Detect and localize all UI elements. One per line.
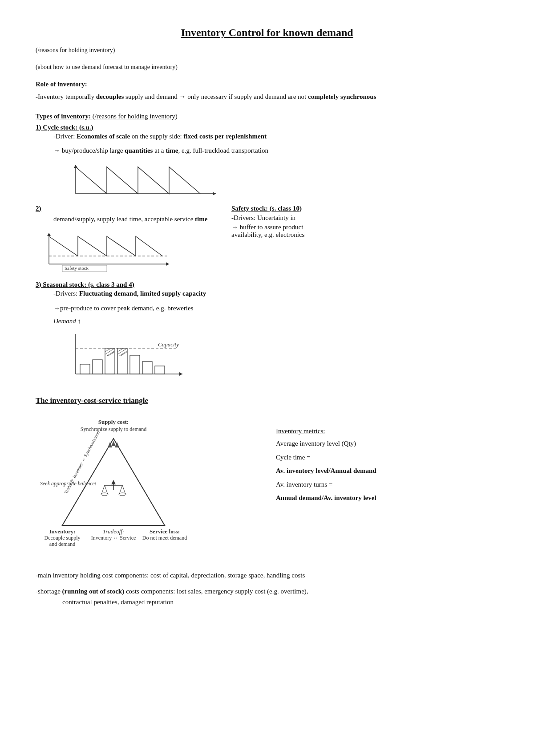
metric-2: Cycle time = xyxy=(276,452,498,463)
svg-rect-17 xyxy=(93,360,102,374)
safety-demand: demand/supply, supply lead time, accepta… xyxy=(53,214,222,224)
svg-rect-32 xyxy=(155,366,165,374)
seasonal-arrow: →pre-produce to cover peak demand, e.g. … xyxy=(53,303,498,313)
safety-driver: -Drivers: Uncertainty in xyxy=(231,214,498,222)
svg-point-45 xyxy=(119,493,126,496)
safety-number: 2) xyxy=(36,205,222,212)
svg-text:Capacity: Capacity xyxy=(158,341,179,348)
seasonal-label: 3) Seasonal stock: (s. class 3 and 4) xyxy=(36,281,498,289)
svg-rect-31 xyxy=(142,362,152,374)
bottom-note-2: -shortage (running out of stock) costs c… xyxy=(36,586,498,607)
svg-marker-8 xyxy=(47,233,51,236)
svg-marker-2 xyxy=(213,192,216,195)
svg-marker-13 xyxy=(179,372,182,376)
cycle-driver: -Driver: Economies of scale on the suppl… xyxy=(53,131,498,142)
svg-line-23 xyxy=(108,352,115,356)
svg-text:Do not meet demand: Do not meet demand xyxy=(142,535,187,541)
metrics-title: Inventory metrics: xyxy=(276,427,498,435)
svg-rect-16 xyxy=(80,364,90,374)
bottom-note-1: -main inventory holding cost components:… xyxy=(36,570,498,581)
svg-text:Synchronize supply to demand: Synchronize supply to demand xyxy=(81,426,146,432)
intro-subtitle: (about how to use demand forecast to man… xyxy=(36,64,498,71)
metric-5: Annual demand/Av. inventory level xyxy=(276,493,498,503)
page-title: Inventory Control for known demand xyxy=(36,27,498,39)
types-heading: Types of inventory: (/reasons for holdin… xyxy=(36,113,498,120)
cycle-stock-diagram xyxy=(62,160,222,200)
triangle-diagram: Supply cost: Synchronize supply to deman… xyxy=(36,414,240,552)
svg-text:Inventory ↔ Service: Inventory ↔ Service xyxy=(91,535,136,541)
svg-text:Supply cost:: Supply cost: xyxy=(98,419,129,425)
metric-4: Av. inventory turns = xyxy=(276,480,498,490)
triangle-heading: The inventory-cost-service triangle xyxy=(36,396,498,405)
seasonal-driver: -Drivers: Fluctuating demand, limited su… xyxy=(53,289,498,299)
svg-line-27 xyxy=(117,351,127,357)
svg-text:and demand: and demand xyxy=(49,541,75,547)
subtitle: (/reasons for holding inventory) xyxy=(36,47,498,54)
svg-text:Inventory:: Inventory: xyxy=(49,528,75,535)
metric-3: Av. inventory level/Annual demand xyxy=(276,466,498,476)
seasonal-diagram: Capacity xyxy=(62,329,196,383)
safety-availability: availability, e.g. electronics xyxy=(231,231,498,239)
svg-marker-46 xyxy=(111,480,116,484)
svg-text:Tradeoff:: Tradeoff: xyxy=(103,528,124,535)
svg-line-21 xyxy=(105,351,115,357)
svg-point-42 xyxy=(101,493,108,496)
safety-stock-diagram: Safety stock xyxy=(36,228,178,273)
role-heading: Role of inventory: xyxy=(36,81,498,88)
svg-marker-49 xyxy=(108,442,112,447)
metric-1: Average inventory level (Qty) xyxy=(276,439,498,449)
cycle-arrow: → buy/produce/ship large quantities at a… xyxy=(53,146,498,156)
svg-rect-24 xyxy=(117,348,127,374)
safety-title: Safety stock: (s. class 10) xyxy=(231,205,498,212)
safety-arrow: → buffer to assure product xyxy=(231,224,498,231)
svg-marker-48 xyxy=(115,442,119,447)
demand-label: Demand ↑ xyxy=(53,317,498,325)
cycle-stock-label: 1) Cycle stock: (s.u.) xyxy=(36,124,498,131)
svg-line-29 xyxy=(120,352,127,356)
svg-marker-7 xyxy=(166,262,169,266)
svg-text:Decouple supply: Decouple supply xyxy=(44,535,81,541)
svg-text:Service loss:: Service loss: xyxy=(150,528,180,535)
svg-rect-18 xyxy=(105,348,115,374)
svg-text:Safety stock: Safety stock xyxy=(65,265,89,271)
role-text: -Inventory temporally decouples supply a… xyxy=(36,92,498,102)
svg-rect-30 xyxy=(130,355,140,374)
svg-marker-3 xyxy=(74,165,77,168)
